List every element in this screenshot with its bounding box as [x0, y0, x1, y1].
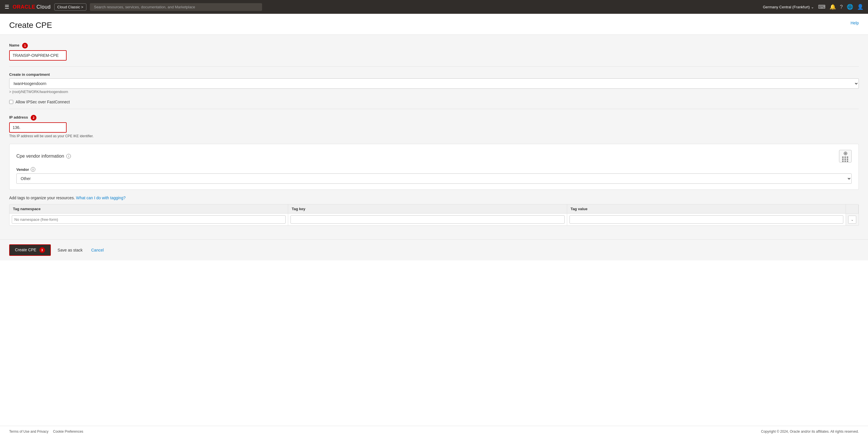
terminal-icon[interactable]: ⌨: [818, 4, 826, 10]
region-chevron-icon: ⌄: [811, 5, 814, 9]
search-input[interactable]: [90, 3, 262, 11]
cloud-classic-button[interactable]: Cloud Classic >: [54, 3, 87, 11]
create-cpe-button[interactable]: Create CPE 3: [9, 244, 51, 256]
compartment-select[interactable]: IwanHoogendoorn: [9, 79, 859, 89]
ip-hint-text: This IP address will be used as your CPE…: [9, 134, 859, 138]
top-navigation: ☰ ORACLE Cloud Cloud Classic > Germany C…: [0, 0, 868, 14]
oracle-logo: ORACLE Cloud: [12, 4, 51, 10]
globe-icon[interactable]: 🌐: [847, 4, 853, 10]
cloud-classic-label: Cloud Classic >: [57, 5, 84, 9]
divider-1: [9, 66, 859, 67]
tag-key-header: Tag key: [288, 205, 567, 214]
vendor-section-title-text: Cpe vendor information: [17, 154, 64, 159]
tagging-help-link[interactable]: What can I do with tagging?: [76, 195, 126, 200]
divider-2: [9, 109, 859, 109]
cloud-logo-text: Cloud: [36, 4, 51, 10]
tags-grid: Tag namespace Tag key Tag value ⌄: [9, 204, 859, 226]
tag-value-header: Tag value: [567, 205, 846, 214]
vendor-label: Vendor i: [17, 167, 851, 172]
vendor-section-info-icon[interactable]: i: [66, 154, 71, 158]
ip-address-label: IP address 2: [9, 115, 859, 121]
tag-dropdown-cell: ⌄: [846, 214, 859, 225]
tag-key-input[interactable]: [290, 215, 564, 224]
region-label: Germany Central (Frankfurt): [763, 5, 810, 9]
tag-dropdown-button[interactable]: ⌄: [848, 216, 856, 224]
region-selector[interactable]: Germany Central (Frankfurt) ⌄: [763, 5, 814, 9]
save-as-stack-button[interactable]: Save as stack: [54, 246, 86, 255]
ip-step-badge: 2: [31, 115, 36, 121]
vendor-information-box: Cpe vendor information i ⊕: [9, 144, 859, 190]
tags-section: Add tags to organize your resources. Wha…: [9, 195, 859, 226]
compartment-label: Create in compartment: [9, 72, 859, 77]
tag-actions-header: [846, 205, 859, 214]
name-section: Name 1: [9, 43, 859, 61]
name-step-badge: 1: [22, 43, 28, 49]
topnav-right-icons: Germany Central (Frankfurt) ⌄ ⌨ 🔔 ? 🌐 👤: [763, 4, 863, 10]
tag-namespace-header: Tag namespace: [9, 205, 288, 214]
vendor-info-icon[interactable]: i: [31, 167, 35, 172]
vendor-box-header: Cpe vendor information i ⊕: [17, 150, 851, 162]
form-area: Name 1 Create in compartment IwanHoogend…: [0, 35, 868, 240]
help-widget[interactable]: ⊕: [839, 150, 851, 162]
hamburger-menu-icon[interactable]: ☰: [5, 4, 9, 10]
page-title: Create CPE: [9, 21, 52, 30]
tag-namespace-cell: [9, 214, 288, 225]
cancel-link[interactable]: Cancel: [90, 246, 105, 255]
oracle-logo-text: ORACLE: [12, 4, 35, 10]
page-footer: Terms of Use and Privacy Cookie Preferen…: [0, 426, 868, 437]
footer-links: Terms of Use and Privacy Cookie Preferen…: [9, 430, 83, 434]
footer-buttons: Create CPE 3 Save as stack Cancel: [0, 240, 868, 260]
vendor-box-title: Cpe vendor information i: [17, 154, 71, 159]
help-link[interactable]: Help: [850, 21, 859, 25]
grid-icon: [842, 156, 848, 162]
tag-namespace-input[interactable]: [12, 215, 286, 224]
user-avatar-icon[interactable]: 👤: [857, 4, 863, 10]
create-cpe-badge: 3: [39, 247, 45, 253]
compartment-hint: > (root)/NETWORK/IwanHoogendoorn: [9, 90, 859, 94]
create-cpe-label: Create CPE: [15, 248, 36, 252]
help-icon[interactable]: ?: [840, 4, 843, 10]
tag-value-input[interactable]: [569, 215, 843, 224]
ipsec-checkbox-row: Allow IPSec over FastConnect: [9, 100, 859, 104]
compartment-section: Create in compartment IwanHoogendoorn > …: [9, 72, 859, 94]
bell-icon[interactable]: 🔔: [830, 4, 836, 10]
name-input[interactable]: [9, 50, 67, 61]
tag-key-cell: [288, 214, 567, 225]
page-header: Create CPE Help: [0, 14, 868, 35]
vendor-select[interactable]: Other: [17, 174, 851, 184]
terms-link[interactable]: Terms of Use and Privacy: [9, 430, 49, 434]
name-label: Name 1: [9, 43, 859, 49]
ipsec-checkbox[interactable]: [9, 100, 13, 104]
tags-intro-text: Add tags to organize your resources. Wha…: [9, 195, 859, 200]
main-content: Create CPE Help Name 1 Create in compart…: [0, 14, 868, 426]
cookie-preferences-link[interactable]: Cookie Preferences: [53, 430, 83, 434]
ipsec-label[interactable]: Allow IPSec over FastConnect: [16, 100, 70, 104]
tag-value-cell: [567, 214, 846, 225]
lifebuoy-icon: ⊕: [843, 151, 848, 156]
ip-address-section: IP address 2 This IP address will be use…: [9, 115, 859, 138]
ip-address-input[interactable]: [9, 122, 67, 133]
copyright-text: Copyright © 2024, Oracle and/or its affi…: [761, 430, 859, 434]
